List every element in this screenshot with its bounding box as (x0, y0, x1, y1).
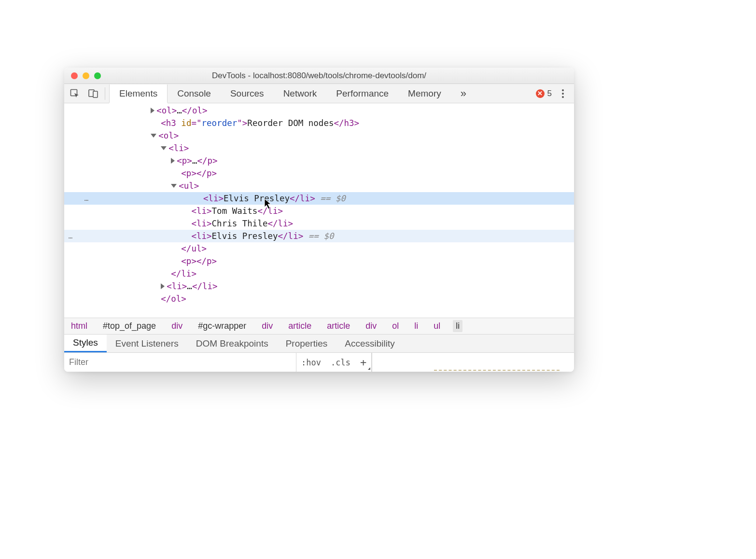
cls-toggle[interactable]: .cls (326, 353, 355, 372)
traffic-lights (71, 72, 101, 79)
tree-row[interactable]: <li>…</li> (64, 280, 574, 293)
styles-filter-input[interactable] (64, 353, 296, 372)
drag-row[interactable]: … <li>Elvis Presley</li> == $0 (64, 192, 574, 205)
crumb[interactable]: div (363, 320, 379, 332)
titlebar: DevTools - localhost:8080/web/tools/chro… (64, 68, 574, 84)
crumb[interactable]: html (68, 320, 90, 332)
tabs-overflow[interactable]: » (451, 84, 476, 103)
subtab-accessibility[interactable]: Accessibility (336, 335, 403, 352)
crumb[interactable]: ol (389, 320, 402, 332)
tab-memory[interactable]: Memory (398, 84, 451, 103)
tree-row[interactable]: <ol>…</ol> (64, 104, 574, 117)
tab-console[interactable]: Console (168, 84, 221, 103)
styles-tabbar: Styles Event Listeners DOM Breakpoints P… (64, 334, 574, 352)
gutter-dots: … (64, 230, 78, 242)
tree-row[interactable]: <ol> (64, 129, 574, 142)
device-icon[interactable] (85, 86, 101, 101)
main-tabbar: Elements Console Sources Network Perform… (64, 84, 574, 103)
error-number: 5 (547, 89, 552, 98)
tree-row[interactable]: <ul> (64, 180, 574, 192)
crumb-selected[interactable]: li (453, 320, 462, 332)
inspect-icon[interactable] (67, 86, 83, 101)
crumb[interactable]: div (168, 320, 185, 332)
subtab-styles[interactable]: Styles (64, 335, 107, 352)
maximize-dot[interactable] (94, 72, 101, 79)
tree-row[interactable]: <p></p> (64, 255, 574, 267)
tree-row[interactable]: </ol> (64, 293, 574, 305)
box-model-strip (372, 353, 574, 372)
tab-separator (105, 87, 105, 100)
gutter-dots: … (80, 192, 94, 205)
crumb[interactable]: article (324, 320, 353, 332)
tab-elements[interactable]: Elements (109, 84, 168, 103)
crumb[interactable]: article (285, 320, 314, 332)
kebab-menu[interactable] (557, 89, 569, 98)
new-style-rule[interactable]: + (355, 353, 371, 372)
minimize-dot[interactable] (83, 72, 89, 79)
error-icon: ✕ (536, 89, 545, 98)
devtools-window: DevTools - localhost:8080/web/tools/chro… (64, 68, 574, 372)
tree-row[interactable]: </ul> (64, 242, 574, 255)
tab-performance[interactable]: Performance (326, 84, 398, 103)
selected-row[interactable]: … <li>Elvis Presley</li> == $0 (64, 230, 574, 242)
tree-row[interactable]: <p>…</p> (64, 154, 574, 167)
subtab-properties[interactable]: Properties (277, 335, 336, 352)
styles-filterbar: :hov .cls + (64, 352, 574, 372)
breadcrumb-bar: html #top_of_page div #gc-wrapper div ar… (64, 318, 574, 334)
tab-sources[interactable]: Sources (221, 84, 274, 103)
tree-row[interactable]: </li> (64, 267, 574, 280)
error-count[interactable]: ✕ 5 (536, 89, 552, 98)
crumb[interactable]: #gc-wrapper (195, 320, 249, 332)
crumb[interactable]: div (259, 320, 276, 332)
tree-row[interactable]: <li>Tom Waits</li> (64, 205, 574, 217)
dom-tree[interactable]: <ol>…</ol> <h3 id="reorder">Reorder DOM … (64, 103, 574, 318)
crumb[interactable]: li (411, 320, 421, 332)
svg-rect-2 (93, 91, 98, 98)
crumb[interactable]: ul (431, 320, 443, 332)
subtab-dom-breakpoints[interactable]: DOM Breakpoints (187, 335, 277, 352)
crumb[interactable]: #top_of_page (100, 320, 159, 332)
tab-network[interactable]: Network (274, 84, 327, 103)
hov-toggle[interactable]: :hov (296, 353, 326, 372)
tree-row[interactable]: <li> (64, 142, 574, 154)
tree-row[interactable]: <li>Chris Thile</li> (64, 217, 574, 230)
subtab-event-listeners[interactable]: Event Listeners (107, 335, 187, 352)
tree-row[interactable]: <h3 id="reorder">Reorder DOM nodes</h3> (64, 117, 574, 129)
close-dot[interactable] (71, 72, 78, 79)
window-title: DevTools - localhost:8080/web/tools/chro… (64, 71, 574, 81)
tree-row[interactable]: <p></p> (64, 167, 574, 180)
